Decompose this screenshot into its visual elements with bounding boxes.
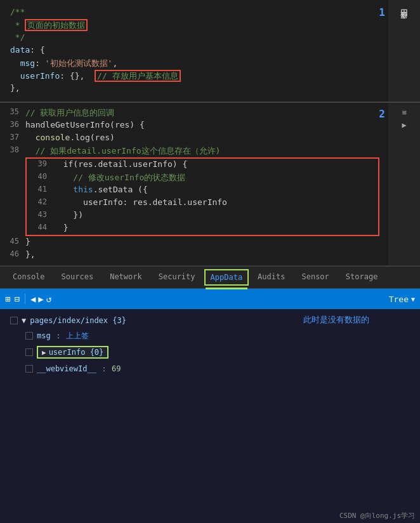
code-text: }): [53, 210, 378, 220]
right-toolbar-top: ⊞ 缓缓存: [388, 0, 420, 102]
line-num: 45: [0, 237, 25, 246]
toolbar-nav2: ◀ ▶ ↺: [30, 294, 51, 304]
tab-appdata-wrapper[interactable]: AppData: [204, 267, 249, 288]
tree-root-key: pages/index/index {3}: [30, 316, 126, 325]
tab-storage[interactable]: Storage: [338, 267, 386, 288]
code-section-top: 1 ⊞ 缓缓存 /** * 页面的初始数据 */ data: { msg: '初…: [0, 0, 420, 103]
tree-expand-userinfo[interactable]: ▶: [42, 348, 46, 357]
code-text: }: [53, 223, 378, 232]
main-wrapper: 1 ⊞ 缓缓存 /** * 页面的初始数据 */ data: { msg: '初…: [0, 0, 420, 523]
tree-userinfo-checkbox[interactable]: [25, 348, 33, 356]
tab-appdata[interactable]: AppData: [204, 269, 249, 286]
collapse-icon[interactable]: ⊟: [14, 294, 19, 304]
code-line: */: [10, 32, 382, 44]
code-text: // 获取用户信息的回调: [25, 107, 382, 119]
tree-row-webviewid: __webviewId__ ： 69: [5, 361, 415, 376]
tree-webviewid-checkbox[interactable]: [25, 365, 33, 373]
tree-title-arrow[interactable]: ▼: [411, 296, 415, 303]
code-line: 38 // 如果detail.userInfo这个信息存在（允许): [0, 145, 382, 157]
tree-toolbar: ⊞ ⊟ ◀ ▶ ↺ Tree ▼: [0, 289, 420, 309]
code-line: 46 },: [0, 249, 382, 262]
section-label-1: 1: [379, 6, 385, 18]
tree-userinfo-key: userInfo {0}: [49, 348, 104, 357]
tree-webviewid-sep: ：: [100, 364, 108, 374]
code-text: userInfo: {}, // 存放用户基本信息: [10, 70, 382, 82]
red-highlight-block: 39 if(res.detail.userInfo) { 40 // 修改use…: [25, 157, 379, 236]
code-text: msg: '初始化测试数据',: [10, 58, 382, 69]
line-num: 41: [28, 185, 53, 194]
code-line: },: [10, 83, 382, 95]
devtools-bottom: Console Sources Network Security AppData…: [0, 266, 420, 523]
code-text: // 修改userInfo的状态数据: [53, 172, 378, 183]
tree-title: Tree ▼: [389, 295, 415, 304]
code-line: userInfo: {}, // 存放用户基本信息: [10, 70, 382, 83]
expand-icon[interactable]: ⊞: [5, 294, 10, 304]
line-num: 36: [0, 120, 25, 129]
code-line: 42 userInfo: res.detail.userInfo: [27, 197, 378, 209]
code-text: if(res.detail.userInfo) {: [53, 159, 378, 169]
code-text: handleGetUserInfo(res) {: [25, 120, 382, 129]
code-text: },: [10, 83, 382, 93]
tab-console[interactable]: Console: [5, 267, 53, 288]
code-text: data: {: [10, 45, 382, 55]
right-toolbar-bottom: ≡ ▶: [388, 103, 420, 265]
tab-network[interactable]: Network: [102, 267, 150, 288]
tab-sensor[interactable]: Sensor: [294, 267, 336, 288]
code-text: * 页面的初始数据: [10, 20, 382, 31]
tree-webviewid-key: __webviewId__: [37, 364, 96, 373]
no-data-label: 此时是没有数据的: [303, 314, 369, 326]
code-line: 41 this.setData ({: [27, 184, 378, 197]
tree-msg-key: msg: [37, 331, 51, 340]
forward-btn[interactable]: ▶: [38, 294, 43, 304]
section-label-2: 2: [379, 108, 385, 120]
code-text: this.setData ({: [53, 185, 378, 194]
code-line: 43 }): [27, 209, 378, 222]
code-section-bottom: 2 ≡ ▶ 35 // 获取用户信息的回调 36 handleGetUserIn…: [0, 103, 420, 266]
line-num: 40: [28, 172, 53, 181]
code-line: 44 }: [27, 222, 378, 235]
code-text: console.log(res): [25, 133, 382, 142]
tree-root-checkbox[interactable]: [10, 317, 18, 324]
toolbar-separator: [25, 294, 25, 304]
refresh-btn[interactable]: ↺: [46, 294, 51, 304]
code-line: msg: '初始化测试数据',: [10, 57, 382, 70]
tree-expand-root[interactable]: ▼: [22, 316, 26, 325]
tree-msg-sep: ：: [55, 331, 62, 341]
code-line: 45 }: [0, 236, 382, 249]
watermark: CSDN @向long.js学习: [339, 511, 415, 520]
code-line: 37 console.log(res): [0, 132, 382, 145]
layers-icon: ⊞: [401, 5, 408, 18]
tree-msg-value[interactable]: 上上签: [66, 331, 89, 341]
tab-sources[interactable]: Sources: [54, 267, 102, 288]
line-num: 37: [0, 133, 25, 142]
code-line: 35 // 获取用户信息的回调: [0, 107, 382, 119]
tree-msg-checkbox[interactable]: [25, 332, 33, 340]
code-line: 36 handleGetUserInfo(res) {: [0, 119, 382, 132]
code-text: */: [10, 32, 382, 42]
tab-audits[interactable]: Audits: [250, 267, 292, 288]
tree-webviewid-value: 69: [112, 364, 121, 373]
code-line: * 页面的初始数据: [10, 19, 382, 32]
line-num: 46: [0, 249, 25, 258]
back-btn[interactable]: ◀: [30, 294, 36, 304]
tree-row-userinfo: ▶ userInfo {0}: [5, 345, 415, 360]
code-line: /**: [10, 6, 382, 19]
line-num: 44: [28, 223, 53, 232]
toolbar-nav-buttons: ⊞ ⊟: [5, 294, 20, 304]
right-icon-1: ≡: [402, 108, 406, 117]
right-icon-2: ▶: [402, 121, 406, 129]
code-text: },: [25, 249, 382, 259]
userinfo-highlight-box: ▶ userInfo {0}: [37, 346, 108, 359]
code-text: /**: [10, 7, 382, 17]
code-text: // 如果detail.userInfo这个信息存在（允许): [25, 145, 382, 157]
line-num: 42: [28, 197, 53, 206]
tree-content: 此时是没有数据的 ▼ pages/index/index {3} msg ： 上…: [0, 309, 420, 523]
tree-row-msg: msg ： 上上签: [5, 328, 415, 343]
devtools-tab-bar: Console Sources Network Security AppData…: [0, 266, 420, 289]
tab-security[interactable]: Security: [151, 267, 203, 288]
line-num: 38: [0, 145, 25, 154]
appdata-underline: [206, 288, 248, 289]
line-num: 35: [0, 107, 25, 116]
line-num: 43: [28, 210, 53, 219]
code-line: 40 // 修改userInfo的状态数据: [27, 171, 378, 184]
